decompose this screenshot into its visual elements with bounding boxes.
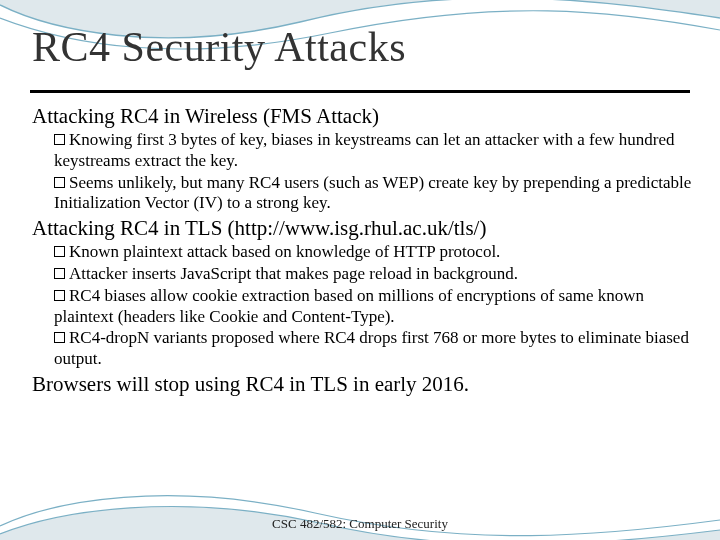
checkbox-icon bbox=[54, 134, 65, 145]
bullet-text: RC4-dropN variants proposed where RC4 dr… bbox=[54, 328, 689, 368]
bullet-item: RC4 biases allow cookie extraction based… bbox=[54, 286, 692, 327]
bullet-text: RC4 biases allow cookie extraction based… bbox=[54, 286, 644, 326]
slide-content: Attacking RC4 in Wireless (FMS Attack) K… bbox=[32, 102, 692, 398]
bullet-text: Known plaintext attack based on knowledg… bbox=[69, 242, 500, 261]
checkbox-icon bbox=[54, 332, 65, 343]
bullet-item: Attacker inserts JavaScript that makes p… bbox=[54, 264, 692, 285]
bullet-item: Seems unlikely, but many RC4 users (such… bbox=[54, 173, 692, 214]
checkbox-icon bbox=[54, 290, 65, 301]
checkbox-icon bbox=[54, 177, 65, 188]
checkbox-icon bbox=[54, 246, 65, 257]
bullet-text: Knowing first 3 bytes of key, biases in … bbox=[54, 130, 675, 170]
bullet-item: RC4-dropN variants proposed where RC4 dr… bbox=[54, 328, 692, 369]
bullet-text: Attacker inserts JavaScript that makes p… bbox=[69, 264, 518, 283]
checkbox-icon bbox=[54, 268, 65, 279]
section-heading: Attacking RC4 in TLS (http://www.isg.rhu… bbox=[32, 216, 692, 241]
section-heading: Browsers will stop using RC4 in TLS in e… bbox=[32, 372, 692, 397]
bullet-text: Seems unlikely, but many RC4 users (such… bbox=[54, 173, 691, 213]
section-heading: Attacking RC4 in Wireless (FMS Attack) bbox=[32, 104, 692, 129]
bullet-item: Known plaintext attack based on knowledg… bbox=[54, 242, 692, 263]
bullet-item: Knowing first 3 bytes of key, biases in … bbox=[54, 130, 692, 171]
slide-footer: CSC 482/582: Computer Security bbox=[0, 516, 720, 532]
title-underline bbox=[30, 90, 690, 93]
slide-title: RC4 Security Attacks bbox=[32, 26, 406, 68]
slide: RC4 Security Attacks Attacking RC4 in Wi… bbox=[0, 0, 720, 540]
